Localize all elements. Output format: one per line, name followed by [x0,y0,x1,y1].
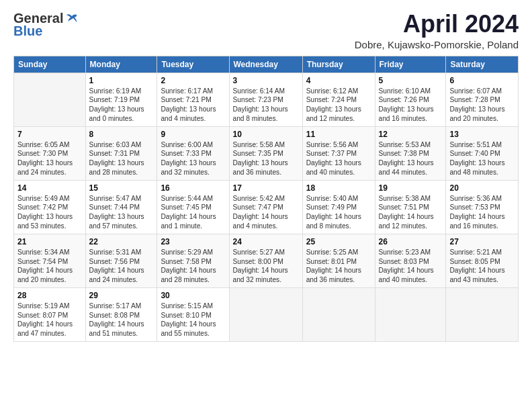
day-number: 16 [161,183,225,193]
calendar-cell [375,287,446,341]
calendar-cell: 22Sunrise: 5:31 AMSunset: 7:56 PMDayligh… [85,234,157,287]
day-number: 7 [17,130,82,139]
day-info: Sunrise: 5:56 AMSunset: 7:37 PMDaylight:… [306,140,371,177]
calendar-cell: 1Sunrise: 6:19 AMSunset: 7:19 PMDaylight… [85,73,157,126]
day-number: 2 [161,76,225,85]
day-number: 19 [379,183,443,193]
calendar-cell: 18Sunrise: 5:40 AMSunset: 7:49 PMDayligh… [302,180,375,234]
day-number: 23 [161,237,225,246]
calendar-cell: 7Sunrise: 6:05 AMSunset: 7:30 PMDaylight… [14,126,86,180]
logo: General Blue [13,11,79,39]
day-info: Sunrise: 5:49 AMSunset: 7:42 PMDaylight:… [17,194,82,231]
day-number: 20 [449,183,515,193]
calendar-week-row: 7Sunrise: 6:05 AMSunset: 7:30 PMDaylight… [14,126,519,180]
day-info: Sunrise: 6:10 AMSunset: 7:26 PMDaylight:… [379,87,443,124]
calendar-cell: 4Sunrise: 6:12 AMSunset: 7:24 PMDaylight… [302,73,375,126]
day-info: Sunrise: 5:15 AMSunset: 8:10 PMDaylight:… [161,302,225,338]
day-info: Sunrise: 5:27 AMSunset: 8:00 PMDaylight:… [233,248,299,285]
day-number: 30 [161,291,225,300]
logo-blue: Blue [13,24,42,39]
day-info: Sunrise: 5:40 AMSunset: 7:49 PMDaylight:… [306,194,371,231]
day-number: 18 [306,183,371,193]
calendar-cell: 16Sunrise: 5:44 AMSunset: 7:45 PMDayligh… [157,180,229,234]
calendar-table: SundayMondayTuesdayWednesdayThursdayFrid… [13,56,519,342]
calendar-week-row: 21Sunrise: 5:34 AMSunset: 7:54 PMDayligh… [14,234,519,287]
day-info: Sunrise: 5:23 AMSunset: 8:03 PMDaylight:… [379,248,443,285]
calendar-cell: 3Sunrise: 6:14 AMSunset: 7:23 PMDaylight… [229,73,302,126]
calendar-cell: 15Sunrise: 5:47 AMSunset: 7:44 PMDayligh… [85,180,157,234]
day-info: Sunrise: 5:25 AMSunset: 8:01 PMDaylight:… [306,248,371,285]
day-info: Sunrise: 5:53 AMSunset: 7:38 PMDaylight:… [379,140,443,177]
calendar-cell: 30Sunrise: 5:15 AMSunset: 8:10 PMDayligh… [157,287,229,341]
day-number: 15 [89,183,154,193]
day-number: 24 [233,237,299,246]
calendar-week-row: 14Sunrise: 5:49 AMSunset: 7:42 PMDayligh… [14,180,519,234]
day-info: Sunrise: 5:42 AMSunset: 7:47 PMDaylight:… [233,194,299,231]
day-info: Sunrise: 6:19 AMSunset: 7:19 PMDaylight:… [89,87,154,124]
calendar-cell: 12Sunrise: 5:53 AMSunset: 7:38 PMDayligh… [375,126,446,180]
logo-bird-icon [64,11,79,26]
page: General Blue April 2024 Dobre, Kujawsko-… [0,0,532,411]
day-number: 17 [233,183,299,193]
calendar-cell: 23Sunrise: 5:29 AMSunset: 7:58 PMDayligh… [157,234,229,287]
day-info: Sunrise: 5:58 AMSunset: 7:35 PMDaylight:… [233,140,299,177]
day-number: 14 [17,183,82,193]
calendar-cell: 11Sunrise: 5:56 AMSunset: 7:37 PMDayligh… [302,126,375,180]
day-info: Sunrise: 5:34 AMSunset: 7:54 PMDaylight:… [17,248,82,285]
weekday-header-sunday: Sunday [14,56,86,73]
day-info: Sunrise: 5:36 AMSunset: 7:53 PMDaylight:… [449,194,515,231]
day-info: Sunrise: 5:17 AMSunset: 8:08 PMDaylight:… [89,302,154,338]
day-number: 29 [89,291,154,300]
calendar-cell: 21Sunrise: 5:34 AMSunset: 7:54 PMDayligh… [14,234,86,287]
calendar-cell: 5Sunrise: 6:10 AMSunset: 7:26 PMDaylight… [375,73,446,126]
day-info: Sunrise: 5:51 AMSunset: 7:40 PMDaylight:… [449,140,515,177]
day-number: 12 [379,130,443,139]
location: Dobre, Kujawsko-Pomorskie, Poland [355,39,519,50]
calendar-cell: 14Sunrise: 5:49 AMSunset: 7:42 PMDayligh… [14,180,86,234]
header: General Blue April 2024 Dobre, Kujawsko-… [13,11,519,50]
day-info: Sunrise: 5:21 AMSunset: 8:05 PMDaylight:… [449,248,515,285]
calendar-cell: 8Sunrise: 6:03 AMSunset: 7:31 PMDaylight… [85,126,157,180]
day-info: Sunrise: 5:31 AMSunset: 7:56 PMDaylight:… [89,248,154,285]
calendar-cell: 27Sunrise: 5:21 AMSunset: 8:05 PMDayligh… [446,234,519,287]
calendar-cell: 29Sunrise: 5:17 AMSunset: 8:08 PMDayligh… [85,287,157,341]
calendar-cell: 9Sunrise: 6:00 AMSunset: 7:33 PMDaylight… [157,126,229,180]
day-number: 6 [449,76,515,85]
day-number: 25 [306,237,371,246]
calendar-cell: 2Sunrise: 6:17 AMSunset: 7:21 PMDaylight… [157,73,229,126]
calendar-cell [229,287,302,341]
weekday-header-friday: Friday [375,56,446,73]
calendar-cell: 17Sunrise: 5:42 AMSunset: 7:47 PMDayligh… [229,180,302,234]
day-number: 26 [379,237,443,246]
day-number: 10 [233,130,299,139]
day-number: 4 [306,76,371,85]
calendar-cell: 26Sunrise: 5:23 AMSunset: 8:03 PMDayligh… [375,234,446,287]
day-number: 27 [449,237,515,246]
day-number: 22 [89,237,154,246]
day-number: 11 [306,130,371,139]
calendar-cell: 25Sunrise: 5:25 AMSunset: 8:01 PMDayligh… [302,234,375,287]
title-block: April 2024 Dobre, Kujawsko-Pomorskie, Po… [355,11,519,50]
weekday-header-wednesday: Wednesday [229,56,302,73]
calendar-week-row: 1Sunrise: 6:19 AMSunset: 7:19 PMDaylight… [14,73,519,126]
calendar-cell: 13Sunrise: 5:51 AMSunset: 7:40 PMDayligh… [446,126,519,180]
day-info: Sunrise: 5:29 AMSunset: 7:58 PMDaylight:… [161,248,225,285]
day-number: 1 [89,76,154,85]
calendar-week-row: 28Sunrise: 5:19 AMSunset: 8:07 PMDayligh… [14,287,519,341]
calendar-cell: 20Sunrise: 5:36 AMSunset: 7:53 PMDayligh… [446,180,519,234]
day-number: 21 [17,237,82,246]
day-info: Sunrise: 5:19 AMSunset: 8:07 PMDaylight:… [17,302,82,338]
calendar-cell [302,287,375,341]
calendar-cell: 28Sunrise: 5:19 AMSunset: 8:07 PMDayligh… [14,287,86,341]
day-number: 5 [379,76,443,85]
day-info: Sunrise: 5:47 AMSunset: 7:44 PMDaylight:… [89,194,154,231]
day-number: 13 [449,130,515,139]
day-info: Sunrise: 6:14 AMSunset: 7:23 PMDaylight:… [233,87,299,124]
day-info: Sunrise: 6:12 AMSunset: 7:24 PMDaylight:… [306,87,371,124]
calendar-cell [14,73,86,126]
day-number: 3 [233,76,299,85]
day-info: Sunrise: 6:07 AMSunset: 7:28 PMDaylight:… [449,87,515,124]
calendar-cell: 19Sunrise: 5:38 AMSunset: 7:51 PMDayligh… [375,180,446,234]
weekday-header-monday: Monday [85,56,157,73]
month-year: April 2024 [355,11,519,38]
